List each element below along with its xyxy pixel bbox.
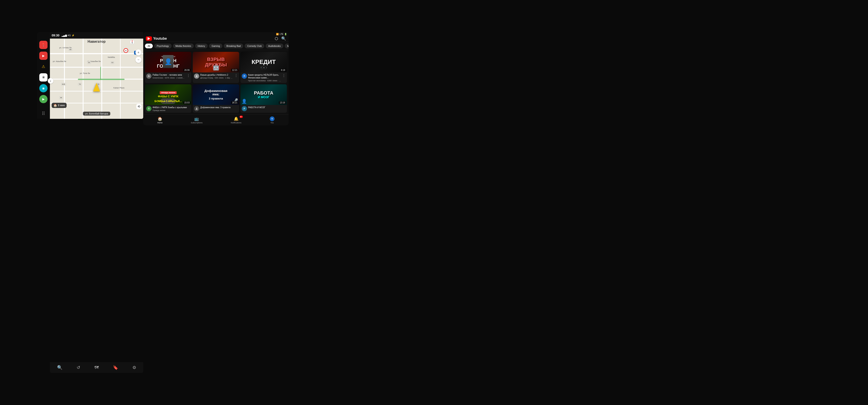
thumb-title-6: РАБОТА	[254, 91, 273, 96]
play-icon: ▶	[42, 97, 45, 101]
cat-breaking-bad[interactable]: Breaking Bad	[224, 43, 243, 48]
maps-pin-icon: 📍	[41, 43, 45, 47]
video-info-2: Д Взрыв дружбы | Helldivers 2 Деград-Отр…	[193, 72, 239, 80]
cat-all[interactable]: All	[145, 43, 153, 48]
video-info-1: G Райан Гослинг - человек мем GreenGrass…	[145, 72, 191, 80]
yt-header: Youtube ⬡ 🔍	[143, 32, 289, 42]
cat-comedy-club[interactable]: Comedy Club	[245, 43, 264, 48]
zoom-out-button[interactable]: −	[135, 57, 142, 63]
video-duration-5: 16:21	[231, 101, 238, 104]
refresh-button[interactable]: ↺	[76, 365, 80, 370]
network-type: 4G	[68, 34, 71, 37]
youtube-sidebar-icon[interactable]: ▶	[39, 52, 48, 60]
cat-audiobooks[interactable]: Audiobooks	[266, 43, 283, 48]
thumb-title-4: ФАБЫ С УМПК	[158, 95, 178, 98]
video-channel-2: Деград-Отряд · 64K views · 1 day ago	[200, 77, 233, 79]
subscriptions-nav-label: Subscriptions	[191, 122, 203, 124]
video-title-4: ФАБЫ с УМПК бомбы с крыльями	[153, 106, 190, 109]
video-card-1[interactable]: ЧЕЛОВЕК МЕМ РАЙАНГОСЛИНГ 👤 26:06 G Райан…	[145, 52, 191, 83]
cast-icon[interactable]: ⬡	[275, 36, 278, 41]
notifications-badge: 9+	[240, 115, 243, 118]
thumb-person-icon-3: 🕶️	[260, 65, 267, 71]
video-more-3[interactable]: ⋮	[282, 73, 286, 82]
road-badge-78: 78	[78, 83, 82, 86]
cat-media-theories[interactable]: Media theories	[173, 43, 194, 48]
video-more-1[interactable]: ⋮	[187, 73, 190, 79]
channel-avatar-4: П	[146, 106, 152, 111]
video-info-4: П ФАБЫ с УМПК бомбы с крыльями Правда жи…	[145, 105, 191, 112]
video-duration-1: 26:06	[183, 69, 190, 72]
android-auto-topbar: 09:30 ▂▄▆ 4G ⚡	[50, 32, 143, 39]
home-icon: 🏠	[53, 104, 57, 107]
yt-nav-you[interactable]: Y You	[270, 116, 275, 124]
video-title-2: Взрыв дружбы | Helldivers 2	[200, 73, 233, 76]
star-sidebar-icon[interactable]: ✳	[39, 73, 48, 81]
yt-nav-home[interactable]: 🏠 Home	[157, 116, 162, 124]
eta-box: 🏠 8 мин	[52, 103, 67, 108]
star-burst-icon: ✳	[42, 75, 45, 80]
video-more-2[interactable]: ⋮	[235, 73, 238, 79]
cat-mixes[interactable]: Mixes	[285, 43, 289, 48]
yt-header-icons: ⬡ 🔍	[275, 36, 286, 41]
video-card-3[interactable]: КРЕДИТ 🕶️ 8:18 П Какие кредиты НЕЛЬЗЯ бр…	[241, 52, 287, 83]
zoom-in-button[interactable]: +	[135, 49, 142, 56]
channel-avatar-2: Д	[194, 73, 199, 79]
channel-avatar-6: Р	[242, 106, 247, 111]
road-badge-96: 96	[59, 96, 63, 99]
home-nav-label: Home	[157, 122, 162, 124]
signal-icons: ▂▄▆ 4G ⚡	[62, 34, 75, 37]
settings-button[interactable]: ⚙	[132, 365, 136, 370]
channel-avatar-1: G	[146, 73, 152, 79]
yt-nav-subscriptions[interactable]: 📺 Subscriptions	[191, 116, 203, 124]
notifications-nav-label: Notifications	[231, 122, 242, 124]
home-nav-icon: 🏠	[158, 116, 162, 121]
thumb-badge-4: ПРАВДА ЖИЗНИ	[160, 91, 177, 94]
bluetooth-icon: ⚡	[72, 34, 75, 37]
cat-history[interactable]: History	[195, 43, 208, 48]
video-title-6: РАБОТА И МОЗГ	[248, 106, 286, 109]
video-card-5[interactable]: Дофаминоваяяма: 3 правила 🎤 16:21 Д Дофа…	[193, 85, 239, 113]
video-meta-6: РАБОТА И МОЗГ	[248, 106, 286, 111]
video-card-2[interactable]: ВЗРЫВДРУЖБЫ 🤖 12:21 Д Взрыв дружбы | Hel…	[193, 52, 239, 83]
map-controls: + −	[135, 49, 142, 63]
channel-avatar-3: П	[242, 73, 247, 79]
grid-icon[interactable]: ⠿	[42, 111, 45, 116]
yt-nav-notifications[interactable]: 🔔 9+ Notifications	[231, 116, 242, 124]
play-sidebar-icon[interactable]: ▶	[39, 95, 48, 103]
search-button[interactable]: 🔍	[57, 365, 62, 370]
video-thumb-1: ЧЕЛОВЕК МЕМ РАЙАНГОСЛИНГ 👤 26:06	[145, 52, 191, 72]
road-badge-63: 63	[111, 61, 114, 64]
search-icon[interactable]: 🔍	[281, 36, 286, 41]
teal-sidebar-icon[interactable]: ◉	[39, 84, 48, 92]
video-meta-4: ФАБЫ с УМПК бомбы с крыльями Правда жизн…	[153, 106, 190, 111]
eta-time: 8 мин	[58, 104, 65, 107]
road-badge-89: 89	[69, 48, 72, 51]
layers-button[interactable]: 🗺	[94, 365, 99, 370]
video-card-4[interactable]: ПРАВДА ЖИЗНИ ФАБЫ С УМПК ▶ бомба БОМБЫ С…	[145, 85, 191, 113]
recenter-button[interactable]: ⟲	[136, 104, 142, 109]
video-thumb-6: РАБОТА И МОЗГ 👤 13:16	[241, 85, 287, 105]
yt-video-grid: ЧЕЛОВЕК МЕМ РАЙАНГОСЛИНГ 👤 26:06 G Райан…	[143, 50, 289, 114]
cat-gaming[interactable]: Gaming	[209, 43, 223, 48]
warning-sidebar-icon[interactable]: ⚠	[39, 62, 48, 71]
map-title: Навигатор	[88, 40, 106, 43]
map-route-v	[100, 67, 101, 79]
road-badge-65: 65	[87, 61, 91, 64]
video-meta-1: Райан Гослинг - человек мем GreenGrass ·…	[153, 73, 186, 79]
video-card-6[interactable]: РАБОТА И МОЗГ 👤 13:16 Р РАБОТА И МОЗГ	[241, 85, 287, 113]
cat-psychology[interactable]: Psychology	[154, 43, 172, 48]
youtube-container: 📶 LTE 🔋 Youtube ⬡ 🔍 All Psychology Media…	[143, 32, 289, 125]
speaker-person-icon: 👤	[242, 99, 247, 104]
video-meta-5: Дофаминовая яма: 3 правила	[200, 106, 238, 111]
bookmark-button[interactable]: 🔖	[113, 365, 118, 370]
back-chevron-button[interactable]: ‹	[48, 78, 53, 84]
maps-sidebar-icon[interactable]: 📍	[39, 41, 48, 49]
map-label-kazybek1: ул. Казыбек би	[53, 60, 66, 62]
thumb-subtitle-6: И МОЗГ	[258, 96, 269, 99]
auto-status-corner	[37, 32, 50, 39]
yt-logo: Youtube	[146, 36, 167, 41]
compass: N	[130, 40, 134, 44]
circle-icon: ◉	[42, 87, 45, 90]
yt-bottom-nav: 🏠 Home 📺 Subscriptions 🔔 9+ Notification…	[143, 114, 289, 125]
map-area[interactable]: Навигатор 89 65 63 82А 78 76 96 ул. Алте…	[50, 39, 143, 119]
